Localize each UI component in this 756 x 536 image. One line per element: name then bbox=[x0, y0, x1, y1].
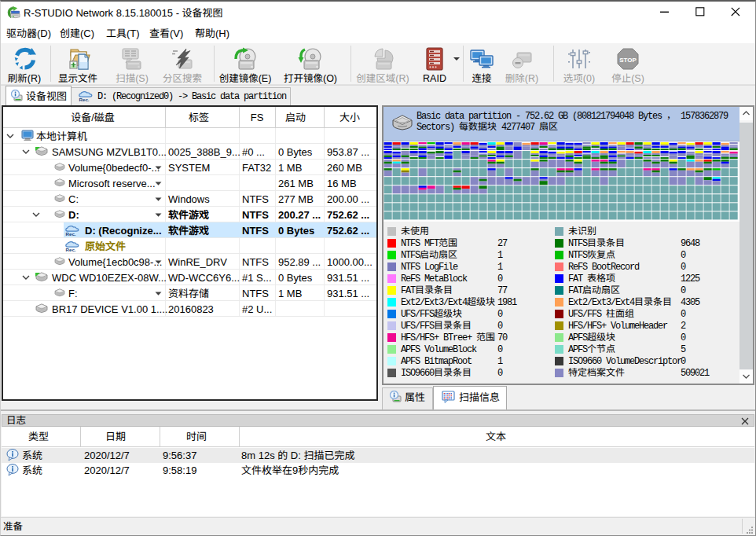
svg-text:STOP: STOP bbox=[619, 57, 637, 64]
svg-text:Rec.: Rec. bbox=[66, 231, 76, 237]
svg-text:Rec.: Rec. bbox=[66, 247, 76, 252]
svg-text:Rec.: Rec. bbox=[79, 97, 90, 102]
